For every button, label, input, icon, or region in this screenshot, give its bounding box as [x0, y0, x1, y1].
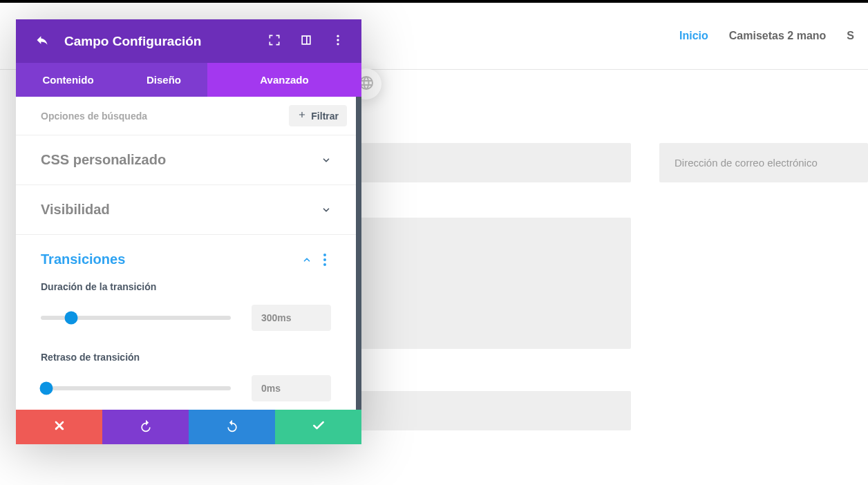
- panel-scroll[interactable]: Opciones de búsqueda Filtrar CSS persona…: [16, 97, 361, 410]
- transition-delay-field: Retraso de transición 0ms: [41, 352, 331, 401]
- undo-button[interactable]: [102, 410, 189, 444]
- nav-link-s[interactable]: S: [847, 30, 854, 42]
- transition-duration-label: Duración de la transición: [41, 281, 331, 292]
- section-transitions: Transiciones Duración de la transición: [16, 235, 356, 410]
- svg-point-1: [337, 39, 339, 41]
- back-button[interactable]: [32, 32, 52, 51]
- section-css-title: CSS personalizado: [41, 152, 166, 168]
- transition-delay-slider[interactable]: [41, 386, 231, 390]
- svg-point-2: [337, 43, 339, 45]
- expand-icon: [267, 33, 281, 50]
- section-visibility-title: Visibilidad: [41, 202, 110, 218]
- email-placeholder: Dirección de correo electrónico: [674, 157, 818, 169]
- section-css-header[interactable]: CSS personalizado: [16, 135, 356, 184]
- panel-header[interactable]: Campo Configuración: [16, 19, 361, 63]
- section-transitions-header[interactable]: Transiciones: [16, 235, 356, 274]
- redo-button[interactable]: [189, 410, 275, 444]
- dock-button[interactable]: [296, 32, 316, 51]
- panel-tabs: Contenido Diseño Avanzado: [16, 63, 361, 97]
- transition-duration-field: Duración de la transición 300ms: [41, 281, 331, 331]
- search-options-label: Opciones de búsqueda: [41, 111, 147, 122]
- nav-link-camisetas[interactable]: Camisetas 2 mano: [729, 30, 827, 42]
- check-icon: [312, 419, 326, 435]
- undo-icon: [139, 419, 153, 435]
- close-icon: [53, 419, 66, 435]
- filter-button[interactable]: Filtrar: [289, 105, 347, 126]
- section-visibility-header[interactable]: Visibilidad: [16, 185, 356, 234]
- save-button[interactable]: [275, 410, 361, 444]
- form-field-email[interactable]: Dirección de correo electrónico: [659, 143, 868, 182]
- transition-delay-input[interactable]: 0ms: [252, 375, 331, 401]
- panel-menu-button[interactable]: [328, 32, 348, 51]
- section-visibility: Visibilidad: [16, 185, 356, 235]
- tab-contenido[interactable]: Contenido: [16, 63, 120, 97]
- search-row: Opciones de búsqueda Filtrar: [16, 97, 356, 135]
- nav-link-inicio[interactable]: Inicio: [679, 30, 708, 42]
- section-transitions-title: Transiciones: [41, 251, 125, 267]
- transition-delay-label: Retraso de transición: [41, 352, 331, 363]
- chevron-down-icon: [321, 205, 331, 215]
- filter-label: Filtrar: [311, 111, 339, 122]
- settings-panel: Campo Configuración Contenido Diseño Ava…: [16, 19, 361, 444]
- dock-icon: [299, 33, 313, 50]
- expand-button[interactable]: [265, 32, 284, 51]
- panel-footer: [16, 410, 361, 444]
- slider-thumb[interactable]: [65, 312, 78, 325]
- panel-title: Campo Configuración: [64, 34, 252, 49]
- tab-avanzado[interactable]: Avanzado: [207, 63, 361, 97]
- transition-duration-input[interactable]: 300ms: [252, 305, 331, 331]
- svg-point-0: [337, 35, 339, 37]
- plus-icon: [297, 110, 307, 122]
- section-options-button[interactable]: [319, 254, 331, 266]
- redo-icon: [225, 419, 239, 435]
- chevron-down-icon: [321, 155, 331, 165]
- chevron-up-icon: [302, 255, 312, 265]
- slider-thumb[interactable]: [40, 382, 53, 395]
- transition-duration-slider[interactable]: [41, 316, 231, 320]
- tab-diseno[interactable]: Diseño: [120, 63, 207, 97]
- reply-arrow-icon: [35, 33, 49, 50]
- section-css: CSS personalizado: [16, 135, 356, 185]
- kebab-icon: [331, 33, 345, 50]
- panel-body: Opciones de búsqueda Filtrar CSS persona…: [16, 97, 361, 410]
- transitions-body: Duración de la transición 300ms Retraso …: [16, 281, 356, 410]
- cancel-button[interactable]: [16, 410, 102, 444]
